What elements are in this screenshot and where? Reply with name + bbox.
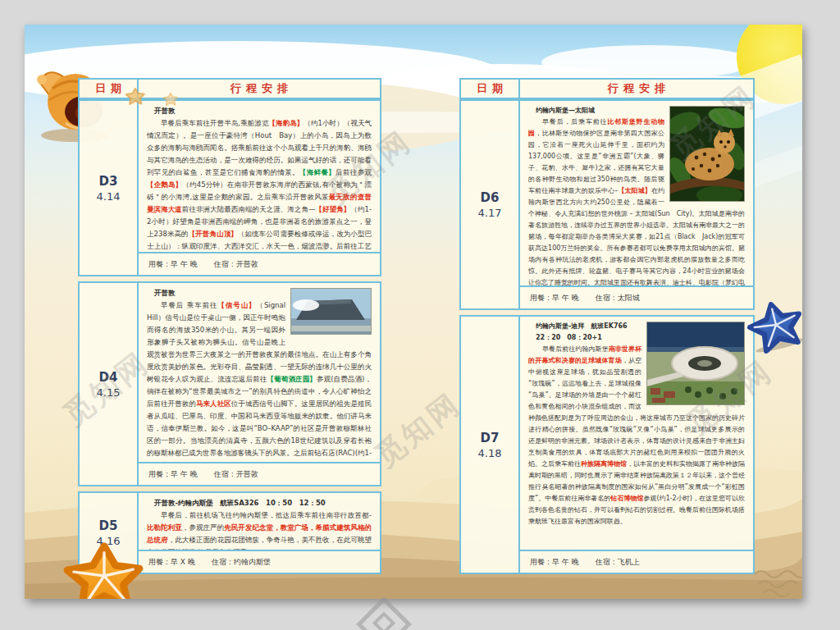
plan-header-label: 行程安排 <box>603 81 670 96</box>
watermark-logo-diamond <box>356 596 412 630</box>
day-number: D4 <box>99 370 118 385</box>
wave-doodle <box>753 566 802 599</box>
date-cell-d7: D7 4.18 <box>461 317 520 573</box>
plan-header-label: 行程安排 <box>226 81 293 96</box>
itinerary-page: 日期 行程安排 D3 4.14 开普敦 早餐后乘车前往开普半岛,乘船游览【海豹岛… <box>25 25 802 599</box>
day-date: 4.17 <box>478 207 502 219</box>
day-title: 开普敦-约翰内斯堡 航班SA326 10：50 12：50 <box>154 497 372 509</box>
date-cell-d3: D3 4.14 <box>80 101 139 275</box>
right-table-header: 日期 行程安排 <box>459 78 755 99</box>
day-description-d3: 开普敦 早餐后乘车前往开普半岛,乘船游览【海豹岛】（约1小时）（视天气情况而定）… <box>139 101 380 252</box>
meal-row-d4: 用餐：早 午 晚 住宿：开普敦 <box>139 462 380 485</box>
meal-row-d5: 用餐：早 X 晚 住宿：约翰内斯堡 <box>139 550 380 573</box>
stay-info: 住宿：开普敦 <box>214 469 258 480</box>
plan-header-cell: 行程安排 <box>520 80 753 98</box>
itinerary-day-d3: D3 4.14 开普敦 早餐后乘车前往开普半岛,乘船游览【海豹岛】（约1小时）（… <box>78 99 381 276</box>
day-date: 4.15 <box>97 386 121 399</box>
day-date: 4.14 <box>97 190 121 203</box>
itinerary-day-d7: D7 4.18 <box>459 315 755 574</box>
day-title: 开普敦 <box>154 105 372 117</box>
day-paragraph: 早餐后乘车前往开普半岛,乘船游览【海豹岛】（约1小时）（视天气情况而定）。是一座… <box>147 117 372 252</box>
stay-info: 住宿：约翰内斯堡 <box>212 557 271 568</box>
screenshot-root: { "site_watermark": "觅知网", "colors": { "… <box>0 0 840 630</box>
date-header-label: 日期 <box>472 81 508 96</box>
meal-info: 用餐：早 午 晚 <box>148 259 198 270</box>
stay-info: 住宿：开普敦 <box>214 259 258 270</box>
orange-starfish-illustration <box>51 540 158 599</box>
day-description-d7: 约翰内斯堡-迪拜 航班EK766 22：20 08：20+1 早餐后前往约翰内斯… <box>520 317 753 550</box>
small-starfish-icon <box>160 92 181 106</box>
soccer-city-stadium-photo <box>646 322 745 405</box>
date-header-cell: 日期 <box>461 80 520 98</box>
date-cell-d6: D6 4.17 <box>461 101 520 308</box>
itinerary-day-d4: D4 4.15 开普敦 早餐后 乘车前往【信号山】（Sign <box>78 281 381 486</box>
meal-row-d6: 用餐：早 午 晚 住宿：太阳城 <box>520 285 753 308</box>
meal-info: 用餐：早 午 晚 <box>148 469 198 480</box>
day-number: D7 <box>481 431 500 445</box>
day-number: D6 <box>481 190 500 205</box>
leopard-photo <box>669 106 745 202</box>
stay-info: 住宿：太阳城 <box>596 293 640 304</box>
meal-info: 用餐：早 午 晚 <box>530 557 579 568</box>
itinerary-day-d6: D6 4.17 <box>459 99 755 310</box>
day-date: 4.18 <box>478 447 502 459</box>
day-description-d6: 约翰内斯堡—太阳城 早餐后，后乘车前往比邻斯堡野生动物园，比林斯堡动物保护区是南… <box>520 101 753 285</box>
date-cell-d4: D4 4.15 <box>80 283 139 485</box>
day-description-d5: 开普敦-约翰内斯堡 航班SA326 10：50 12：50 早餐后，前往机场飞往… <box>139 493 380 550</box>
meal-row-d3: 用餐：早 午 晚 住宿：开普敦 <box>139 252 380 275</box>
table-mountain-photo <box>290 288 372 335</box>
stay-info: 住宿：飞机上 <box>596 557 640 568</box>
day-number: D5 <box>99 518 118 533</box>
meal-info: 用餐：早 午 晚 <box>530 293 579 304</box>
day-description-d4: 开普敦 早餐后 乘车前往【信号山】（Signal Hill）信号山是位于桌山一侧… <box>139 283 380 462</box>
small-starfish-icon <box>121 87 149 105</box>
day-number: D3 <box>99 174 118 189</box>
day-paragraph: 早餐后，前往机场飞往约翰内斯堡，抵达后乘车前往南非行政首都-比勒陀利亚，参观庄严… <box>147 509 372 550</box>
meal-row-d7: 用餐：早 午 晚 住宿：飞机上 <box>520 550 753 573</box>
